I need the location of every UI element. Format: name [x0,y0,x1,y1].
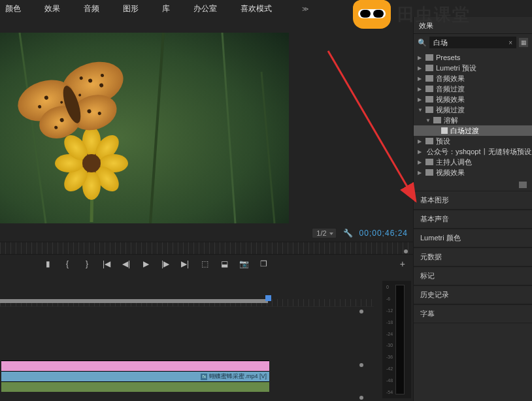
menu-overflow-icon[interactable]: ≫ [302,5,308,12]
menu-library[interactable]: 库 [162,3,170,14]
side-tab[interactable]: Lumetri 颜色 [414,229,532,248]
tree-item-label: 视频效果 [436,168,465,178]
folder-icon [425,54,433,61]
playhead-icon[interactable] [265,295,271,301]
timeline-marker-dot[interactable] [359,310,363,313]
monitor-controls: 1/2 🔧 00;00;46;24 [0,226,413,240]
top-menu-bar: 颜色 效果 音频 图形 库 办公室 喜欢模式 ≫ [0,0,532,17]
work-area-bar[interactable] [0,299,268,303]
folder-icon [433,117,441,123]
effects-panel: 效果 🔍 白场 × ▦ ▶Presets▶Lumetri 预设▶音频效果▶音频过… [413,17,532,401]
tree-item[interactable]: ▶音频效果 [414,73,532,84]
tree-item[interactable]: ▶Lumetri 预设 [414,63,532,73]
tree-item-label: 音频效果 [436,74,465,84]
side-tab[interactable]: 标记 [414,266,532,285]
button-editor-icon[interactable]: + [400,259,405,269]
preview-image [0,33,289,223]
tree-item-label: 溶解 [444,116,458,125]
tree-item[interactable]: ▶视频效果 [414,94,532,104]
tree-item-label: 公众号：yshqopt丨无缝转场预设库 [427,147,532,157]
tree-item-label: 白场过渡 [450,126,479,136]
effects-panel-title[interactable]: 效果 [414,17,532,34]
tree-item-label: Lumetri 预设 [436,63,476,73]
menu-office[interactable]: 办公室 [193,3,217,14]
tree-item-label: 音频过渡 [436,84,465,94]
folder-icon [425,106,433,113]
tree-item[interactable]: ▶音频过渡 [414,84,532,94]
tree-item[interactable]: ▶公众号：yshqopt丨无缝转场预设库 [414,146,532,157]
tree-item[interactable]: ▼溶解 [414,115,532,125]
folder-footer-icon[interactable] [519,182,527,188]
timeline-marker-dot-3[interactable] [359,396,363,400]
menu-effects[interactable]: 效果 [44,3,60,14]
preview-viewport[interactable] [0,33,289,223]
compare-icon[interactable]: ❐ [259,259,268,268]
tree-item-label: 视频效果 [436,95,465,104]
tree-item[interactable]: ▶视频效果 [414,167,532,178]
step-forward-icon[interactable]: |▶ [161,259,170,268]
mark-in-icon[interactable]: { [63,259,72,268]
menu-graphics[interactable]: 图形 [123,3,139,14]
effects-search-input[interactable]: 白场 × [429,37,516,48]
export-frame-icon[interactable]: 📷 [239,259,248,268]
tree-item[interactable]: ▼视频过渡 [414,104,532,115]
audio-track-1[interactable] [1,381,269,392]
folder-icon [425,159,433,165]
timeline-marker-dot-2[interactable] [359,363,363,367]
tree-item-label: 主持人调色 [436,157,472,167]
track-group: fx 蝴蝶蜜蜂采蜜.mp4 [V] [1,361,269,392]
video-track-1[interactable]: fx 蝴蝶蜜蜂采蜜.mp4 [V] [1,371,269,381]
tree-item[interactable]: ▶Presets [414,52,532,63]
workspace-left: 1/2 🔧 00;00;46;24 ▮ { } |◀ ◀| ▶ |▶ ▶| ⬚ … [0,17,413,401]
monitor-ruler-handle[interactable] [404,249,408,253]
tree-item-label: Presets [436,54,460,61]
folder-icon [425,75,433,82]
folder-icon [425,138,433,144]
audio-meter: 0-6-12-18-24-30-36-42-48-54 [382,281,411,398]
search-icon: 🔍 [418,39,427,47]
step-back-icon[interactable]: ◀| [122,259,131,268]
menu-audio[interactable]: 音频 [84,3,99,14]
goto-out-icon[interactable]: ▶| [180,259,190,268]
play-icon[interactable]: ▶ [141,259,150,268]
program-monitor: 1/2 🔧 00;00;46;24 [0,17,413,239]
transport-bar: ▮ { } |◀ ◀| ▶ |▶ ▶| ⬚ ⬓ 📷 ❐ + [0,256,413,272]
lift-icon[interactable]: ⬚ [200,259,209,268]
goto-in-icon[interactable]: |◀ [102,259,111,268]
menu-color[interactable]: 颜色 [5,3,21,14]
side-tab[interactable]: 基本声音 [414,210,532,229]
menu-favorite[interactable]: 喜欢模式 [241,3,272,14]
tree-item[interactable]: ▶预设 [414,136,532,146]
tree-item[interactable]: ▶主持人调色 [414,157,532,167]
meter-bar [395,285,405,394]
settings-wrench-icon[interactable]: 🔧 [343,229,353,238]
side-tab[interactable]: 元数据 [414,248,532,266]
extract-icon[interactable]: ⬓ [220,259,229,268]
tree-item[interactable]: 白场过渡 [414,125,532,136]
timeline-panel: 调整面罩 fx 蝴蝶蜜蜂采蜜.mp4 [V] [0,274,413,401]
monitor-time-ruler[interactable] [0,242,413,255]
folder-icon [425,169,433,176]
clip-label: 蝴蝶蜜蜂采蜜.mp4 [V] [209,372,267,381]
add-marker-icon[interactable]: ▮ [43,259,52,268]
new-bin-icon[interactable]: ▦ [519,38,528,47]
tree-item-label: 视频过渡 [436,105,465,115]
effects-tree: ▶Presets▶Lumetri 预设▶音频效果▶音频过渡▶视频效果▼视频过渡▼… [414,51,532,179]
video-track-2[interactable] [1,361,269,371]
side-tab[interactable]: 历史记录 [414,285,532,304]
folder-icon [425,65,433,71]
clip-fx-icon: fx [201,374,207,380]
side-tab[interactable]: 基本图形 [414,191,532,210]
mark-out-icon[interactable]: } [82,259,91,268]
clear-search-icon[interactable]: × [508,39,512,46]
folder-icon [425,96,433,103]
tree-item-label: 预设 [436,136,450,146]
timecode-display[interactable]: 00;00;46;24 [359,229,408,238]
zoom-select[interactable]: 1/2 [312,228,336,238]
effect-icon [441,127,448,134]
side-tab[interactable]: 字幕 [414,304,532,323]
folder-icon [425,86,433,92]
svg-point-15 [82,154,101,172]
